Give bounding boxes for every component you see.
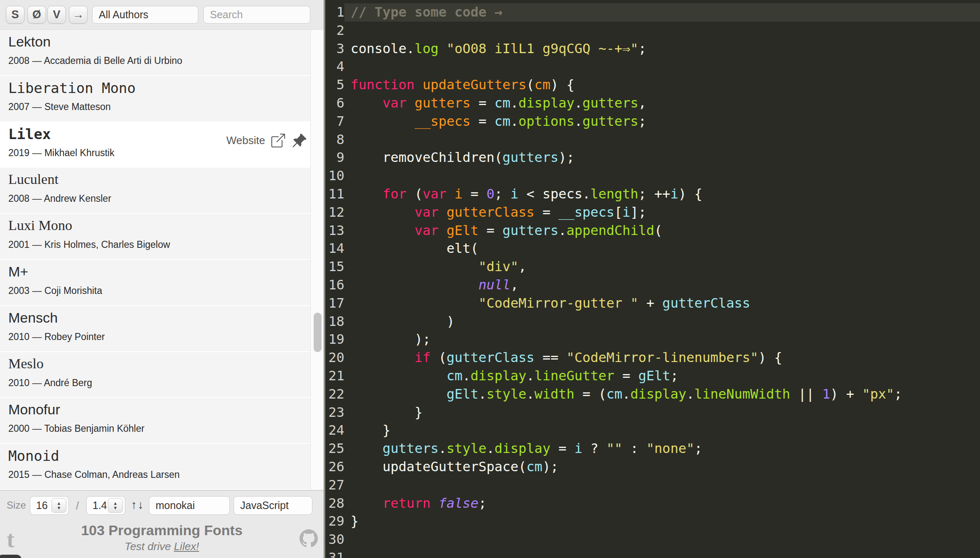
code-line-content: function updateGutters(cm) { [344, 76, 980, 94]
font-list-item[interactable]: Liberation Mono2007 — Steve Matteson [0, 76, 310, 122]
line-number: 18 [325, 313, 344, 331]
line-height-stepper[interactable]: 1.4 ▲▼ [86, 496, 125, 515]
token-plain [351, 149, 383, 165]
code-line-content: __specs = cm.options.gutters; [344, 113, 980, 131]
token-plain [351, 441, 383, 456]
token-var2: i [574, 441, 582, 456]
code-line-content [344, 58, 980, 76]
test-drive-link[interactable]: Lilex! [174, 540, 199, 553]
token-plain [351, 350, 414, 365]
line-height-spinner[interactable]: ▲▼ [108, 498, 123, 513]
token-plain: ( [431, 350, 447, 365]
token-plain: . [527, 386, 534, 402]
token-atom: false [439, 495, 478, 511]
token-var2: cm [446, 368, 463, 384]
line-height-value: 1.4 [93, 499, 107, 511]
slashed-zero-toggle-button[interactable]: Ø [27, 6, 46, 24]
font-list-item[interactable]: Mensch2010 — Robey Pointer [0, 306, 310, 352]
font-name: Liberation Mono [8, 80, 136, 96]
line-number: 20 [325, 349, 344, 367]
serif-toggle-button[interactable]: S [6, 6, 24, 24]
token-number: 0 [487, 186, 495, 202]
token-plain: ) { [758, 350, 783, 365]
token-plain: } [351, 422, 390, 438]
sidebar-scrollbar-thumb[interactable] [314, 313, 322, 352]
code-line: 29} [325, 512, 980, 531]
token-plain: ( [527, 77, 534, 93]
theme-select[interactable]: monokai [149, 496, 230, 515]
token-plain [431, 495, 439, 511]
code-line-content [344, 167, 980, 185]
token-var2: cm [607, 386, 623, 402]
token-plain: . [407, 41, 414, 56]
author-filter-select[interactable]: All Authors [92, 6, 198, 24]
token-plain: = [551, 441, 575, 456]
token-plain: ) + [830, 386, 862, 402]
pin-icon[interactable] [291, 133, 307, 149]
line-number: 23 [325, 404, 344, 422]
token-plain [351, 386, 446, 402]
token-property: style [487, 386, 527, 402]
token-plain [439, 223, 446, 238]
github-icon[interactable] [300, 529, 318, 549]
corner-blob [0, 555, 22, 558]
token-plain: , [519, 259, 527, 274]
token-plain: ( [470, 240, 478, 256]
token-plain: . [686, 386, 694, 402]
line-number: 17 [325, 294, 344, 313]
tagline-text: Test drive [124, 540, 174, 553]
font-list-item[interactable]: M+2003 — Coji Morishita [0, 260, 310, 306]
line-number: 28 [325, 494, 344, 513]
line-number: 31 [325, 549, 344, 558]
line-number: 19 [325, 330, 344, 349]
token-string: "CodeMirror-linenumbers" [566, 350, 758, 365]
font-name: Lekton [8, 34, 51, 50]
font-list-item[interactable]: Monoid2015 — Chase Colman, Andreas Larse… [0, 444, 310, 490]
code-line-content [344, 131, 980, 149]
font-name: Monofur [8, 401, 60, 418]
font-list-item[interactable]: Luculent2008 — Andrew Kensler [0, 168, 310, 214]
font-list-item[interactable]: Lekton2008 — Accademia di Belle Arti di … [0, 30, 310, 76]
v-toggle-button[interactable]: V [47, 6, 66, 24]
token-property: width [534, 386, 574, 402]
token-plain: ; [639, 41, 646, 56]
website-link[interactable]: Website [227, 134, 265, 147]
token-var2: cm [495, 95, 511, 111]
token-keyword: if [414, 350, 431, 365]
font-list-item[interactable]: Meslo2010 — André Berg [0, 352, 310, 398]
code-line-content: } [344, 404, 980, 422]
line-number: 30 [325, 531, 344, 549]
language-select[interactable]: JavaScript [234, 496, 312, 515]
token-plain: = [470, 113, 495, 129]
token-plain: ; [894, 386, 902, 402]
code-line: 21 cm.display.lineGutter = gElt; [325, 367, 980, 385]
code-editor[interactable]: 1// Type some code →23console.log "oO08 … [324, 0, 980, 558]
token-property: gutters [583, 113, 639, 129]
footer: 103 Programming Fonts Test drive Lilex! … [0, 520, 324, 558]
token-string: "px" [862, 386, 894, 402]
token-plain: ; [495, 186, 511, 202]
font-size-stepper[interactable]: 16 ▲▼ [30, 496, 69, 515]
tumblr-icon[interactable]: t [7, 528, 15, 551]
code-line-content: console.log "oO08 iIlL1 g9qCGQ ~-+⇒"; [344, 40, 980, 58]
font-list-item[interactable]: Monofur2000 — Tobias Benjamin Köhler [0, 398, 310, 444]
bottom-controls: Size 16 ▲▼ / 1.4 ▲▼ ↑↓ monokai JavaScrip… [0, 490, 324, 520]
font-meta: 2001 — Kris Holmes, Charles Bigelow [8, 239, 170, 250]
cycle-up-down-icons[interactable]: ↑↓ [131, 498, 144, 512]
line-number: 27 [325, 476, 344, 494]
ligature-toggle-button[interactable]: → [69, 6, 88, 24]
token-string: "" [607, 441, 623, 456]
search-input[interactable]: Search [203, 6, 310, 24]
font-list-item[interactable]: Luxi Mono2001 — Kris Holmes, Charles Big… [0, 214, 310, 260]
code-line: 10 [325, 167, 980, 185]
toolbar: S Ø V → All Authors Search [0, 0, 324, 30]
external-link-icon[interactable] [271, 134, 285, 147]
font-size-spinner[interactable]: ▲▼ [51, 498, 66, 513]
font-size-value: 16 [36, 499, 48, 511]
code-line-content [344, 531, 980, 549]
token-plain: . [510, 113, 518, 129]
code-line: 20 if (gutterClass == "CodeMirror-linenu… [325, 349, 980, 367]
font-list-item[interactable]: Lilex2019 — Mikhael KhrustikWebsite [0, 122, 310, 168]
token-plain: . [622, 386, 630, 402]
token-var2: gutterClass [446, 350, 534, 365]
